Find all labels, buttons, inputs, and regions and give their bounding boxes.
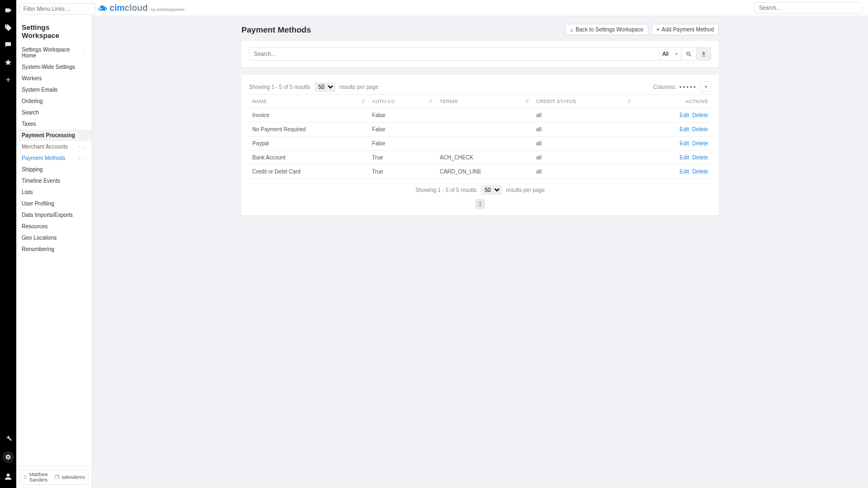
col-credit[interactable]: CREDIT STATUS⇵ xyxy=(533,95,635,108)
scope-select[interactable]: All ▾ xyxy=(659,47,681,61)
sidebar-item[interactable]: Data Imports/Exports xyxy=(16,209,92,221)
sidebar-item[interactable]: Timeline Events xyxy=(16,175,92,187)
edit-link[interactable]: Edit xyxy=(680,169,689,175)
sub-actions[interactable]: +⌂ xyxy=(78,156,86,161)
sidebar-item[interactable]: System Emails xyxy=(16,84,92,95)
table-search-input[interactable] xyxy=(249,47,659,61)
sidebar-item[interactable]: Settings Workspace Home⌂ xyxy=(16,44,92,61)
cell-name: Paypal xyxy=(249,137,369,151)
results-summary-bottom: Showing 1 - 5 of 5 results xyxy=(416,187,477,193)
delete-link[interactable]: Delete xyxy=(692,155,708,160)
delete-link[interactable]: Delete xyxy=(692,126,708,132)
sidebar-item-label: Lists xyxy=(22,189,33,195)
sidebar-item[interactable]: Payment Processing xyxy=(16,130,92,141)
search-button[interactable] xyxy=(681,47,696,61)
page-title: Payment Methods xyxy=(241,25,311,34)
per-page-select-bottom[interactable]: 50 xyxy=(481,185,502,195)
wrench-icon[interactable] xyxy=(4,434,12,441)
col-authcc[interactable]: AUTH CC⇵ xyxy=(369,95,437,108)
edit-link[interactable]: Edit xyxy=(680,112,689,118)
cell-actions: EditDelete xyxy=(635,108,711,123)
sidebar-item[interactable]: Resources xyxy=(16,221,92,232)
sidebar-item-label: Renumbering xyxy=(22,246,54,252)
global-search-input[interactable] xyxy=(754,2,863,14)
camera-icon[interactable] xyxy=(4,7,12,14)
logo[interactable]: cimcloud by websitepipeline xyxy=(98,3,185,13)
sidebar-item-label: User Profiling xyxy=(22,201,54,207)
user-icon[interactable] xyxy=(4,473,12,480)
delete-link[interactable]: Delete xyxy=(692,140,708,146)
cell-credit: all xyxy=(533,123,635,137)
sidebar-item-label: Shipping xyxy=(22,166,43,172)
sidebar-item[interactable]: Lists xyxy=(16,187,92,198)
cell-terms xyxy=(437,137,533,151)
page-1[interactable]: 1 xyxy=(475,199,485,209)
add-payment-method-button[interactable]: + Add Payment Method xyxy=(652,24,719,35)
sidebar-item[interactable]: User Profiling xyxy=(16,198,92,209)
sidebar-item[interactable]: Search xyxy=(16,107,92,118)
delete-link[interactable]: Delete xyxy=(692,169,708,175)
filter-menu-input[interactable] xyxy=(20,3,96,15)
sidebar-item[interactable]: Geo Locations xyxy=(16,232,92,243)
cell-name: Credit or Debit Card xyxy=(249,165,369,179)
sidebar-item[interactable]: Shipping xyxy=(16,164,92,175)
edit-link[interactable]: Edit xyxy=(680,126,689,132)
sidebar-item-label: Resources xyxy=(22,223,48,229)
sidebar-item[interactable]: System-Wide Settings xyxy=(16,61,92,73)
cell-terms xyxy=(437,123,533,137)
cell-authcc: True xyxy=(369,151,437,165)
per-page-select-top[interactable]: 50 xyxy=(315,82,335,92)
home-icon: ⌂ xyxy=(570,27,573,33)
sidebar-item-label: Payment Methods xyxy=(22,155,66,161)
star-icon[interactable] xyxy=(4,59,12,66)
sidebar-item-label: Merchant Accounts xyxy=(22,144,68,150)
back-arrow-button[interactable]: ← xyxy=(99,5,106,14)
sidebar-item-label: Timeline Events xyxy=(22,178,60,184)
search-icon xyxy=(686,51,692,57)
sidebar-item[interactable]: Workers xyxy=(16,73,92,84)
delete-link[interactable]: Delete xyxy=(692,112,708,118)
sidebar-item-label: Data Imports/Exports xyxy=(22,212,73,218)
sidebar-title: Settings Workspace xyxy=(16,18,92,44)
col-terms[interactable]: TERMS⇵ xyxy=(437,95,533,108)
export-button[interactable] xyxy=(696,47,711,61)
sidebar-item-label: Payment Processing xyxy=(22,132,75,138)
sidebar-item-label: Ordering xyxy=(22,98,43,104)
cell-terms: CARD_ON_LINE xyxy=(437,165,533,179)
plus-icon[interactable] xyxy=(4,76,12,84)
sub-actions[interactable]: +⌂ xyxy=(78,144,86,150)
sidebar-item[interactable]: Payment Methods+⌂ xyxy=(16,152,92,164)
gear-icon[interactable] xyxy=(2,451,14,463)
sidebar-item[interactable]: Merchant Accounts+⌂ xyxy=(16,141,92,152)
col-name[interactable]: NAME⇵ xyxy=(249,95,369,108)
sidebar-item[interactable]: Ordering xyxy=(16,95,92,107)
table-row: Bank AccountTrueACH_CHECKallEditDelete xyxy=(249,151,711,165)
sidebar-item-label: Geo Locations xyxy=(22,235,57,241)
tag-icon[interactable] xyxy=(4,24,12,31)
sort-icon: ⇵ xyxy=(627,99,631,104)
cell-name: Invoice xyxy=(249,108,369,123)
columns-label: Columns: xyxy=(653,84,676,90)
sidebar-nav: Settings Workspace Home⌂System-Wide Sett… xyxy=(16,44,92,466)
edit-link[interactable]: Edit xyxy=(680,140,689,146)
cell-authcc: False xyxy=(369,137,437,151)
edit-link[interactable]: Edit xyxy=(680,155,689,160)
cell-authcc: False xyxy=(369,108,437,123)
download-icon xyxy=(700,51,707,57)
cell-terms xyxy=(437,108,533,123)
user-chip[interactable]: ☃ Matthew Sanders ❒ salesdemo xyxy=(20,470,88,485)
columns-dropdown-toggle[interactable]: ▾ xyxy=(700,81,711,92)
sidebar-item-label: System Emails xyxy=(22,87,58,93)
sidebar: ← Settings Workspace Settings Workspace … xyxy=(16,0,92,488)
topbar: cimcloud by websitepipeline xyxy=(92,0,868,16)
note-icon[interactable] xyxy=(4,41,12,49)
sort-icon: ⇵ xyxy=(525,99,529,104)
sidebar-item[interactable]: Renumbering xyxy=(16,243,92,255)
back-to-workspace-button[interactable]: ⌂ Back to Settings Workspace xyxy=(565,24,648,35)
cell-credit: all xyxy=(533,108,635,123)
table-row: No Payment RequiredFalseallEditDelete xyxy=(249,123,711,137)
sidebar-item[interactable]: Taxes xyxy=(16,118,92,130)
cell-name: No Payment Required xyxy=(249,123,369,137)
logo-part2: cloud xyxy=(125,3,148,12)
columns-dots-icon[interactable]: ••••• xyxy=(679,84,697,90)
